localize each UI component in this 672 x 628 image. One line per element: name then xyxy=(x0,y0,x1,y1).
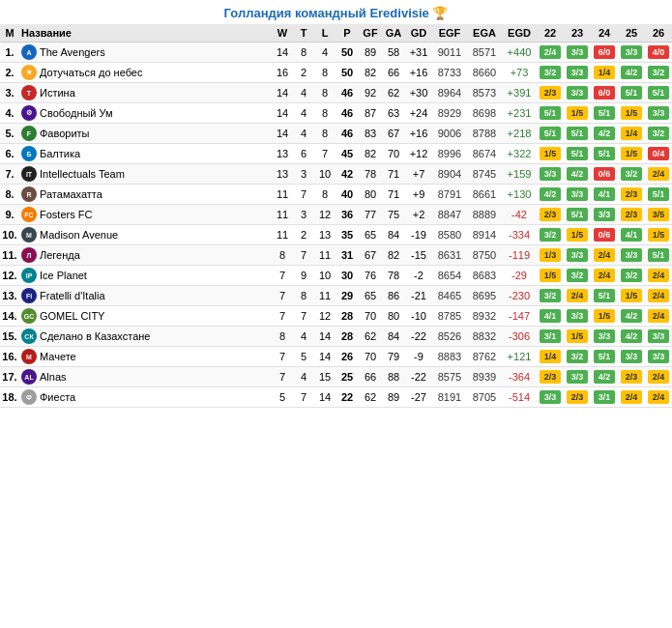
team-p: 30 xyxy=(336,266,359,286)
team-icon: Ф xyxy=(21,389,37,405)
team-name-label: Madison Avenue xyxy=(40,229,118,241)
team-ega: 8788 xyxy=(467,124,502,144)
team-name-label: Fratelli d'Italia xyxy=(40,290,105,301)
team-gd: +30 xyxy=(405,83,432,103)
team-name-cell[interactable]: Л Легенда xyxy=(19,245,272,266)
team-name-cell[interactable]: T Истина xyxy=(19,83,272,103)
badge: 1/5 xyxy=(594,309,615,323)
team-name-cell[interactable]: FI Fratelli d'Italia xyxy=(19,286,272,306)
team-w: 14 xyxy=(272,83,293,103)
team-badge-1: 3/3 xyxy=(564,43,591,63)
team-ga: 75 xyxy=(382,205,405,225)
team-egf: 8733 xyxy=(432,63,467,83)
team-l: 10 xyxy=(314,164,336,185)
team-w: 14 xyxy=(272,124,293,144)
team-name-cell[interactable]: Б Балтика xyxy=(19,144,272,164)
badge: 1/5 xyxy=(621,147,642,160)
badge: 1/5 xyxy=(540,269,561,282)
team-badge-2: 5/1 xyxy=(591,347,618,367)
team-name-cell[interactable]: GC GOMEL CITY xyxy=(19,306,272,327)
team-t: 7 xyxy=(293,245,314,266)
team-icon: IT xyxy=(21,166,37,182)
team-egf: 8575 xyxy=(432,367,467,387)
team-badge-4: 2/4 xyxy=(645,306,672,327)
team-name-cell[interactable]: ⚙ Свободный Ум xyxy=(19,103,272,124)
team-name-cell[interactable]: М Мачете xyxy=(19,347,272,367)
team-p: 42 xyxy=(336,164,359,185)
team-badge-0: 4/1 xyxy=(537,306,564,327)
badge: 3/3 xyxy=(648,329,669,343)
badge: 2/3 xyxy=(567,390,588,404)
team-badge-1: 2/3 xyxy=(564,387,591,408)
team-name-cell[interactable]: F Фавориты xyxy=(19,124,272,144)
team-egf: 8654 xyxy=(432,266,467,286)
team-egf: 8929 xyxy=(432,103,467,124)
table-row: 7. IT Intellectuals Team 13 3 10 42 78 7… xyxy=(0,164,672,185)
table-row: 10. M Madison Avenue 11 2 13 35 65 84 -1… xyxy=(0,225,672,245)
team-gf: 83 xyxy=(359,124,382,144)
team-ga: 67 xyxy=(382,124,405,144)
header-egd: EGD xyxy=(502,24,537,43)
team-w: 14 xyxy=(272,43,293,63)
team-badge-3: 4/2 xyxy=(618,63,645,83)
team-egd: +440 xyxy=(502,43,537,63)
team-w: 8 xyxy=(272,327,293,347)
team-icon: ★ xyxy=(21,65,37,80)
table-row: 18. Ф Фиеста 5 7 14 22 62 89 -27 8191 87… xyxy=(0,387,672,408)
team-badge-4: 1/5 xyxy=(645,225,672,245)
team-p: 28 xyxy=(336,306,359,327)
badge: 3/2 xyxy=(567,350,588,363)
team-icon: R xyxy=(21,186,37,202)
team-egf: 8631 xyxy=(432,245,467,266)
badge: 4/0 xyxy=(648,45,669,59)
team-badge-2: 6/0 xyxy=(591,43,618,63)
team-name-cell[interactable]: СК Сделано в Казахстане xyxy=(19,327,272,347)
team-t: 4 xyxy=(293,83,314,103)
team-name-cell[interactable]: M Madison Avenue xyxy=(19,225,272,245)
team-name-cell[interactable]: R Ратамахатта xyxy=(19,185,272,205)
badge: 3/3 xyxy=(621,248,642,262)
team-gf: 70 xyxy=(359,306,382,327)
team-p: 40 xyxy=(336,185,359,205)
table-row: 3. T Истина 14 4 8 46 92 62 +30 8964 857… xyxy=(0,83,672,103)
team-ga: 89 xyxy=(382,387,405,408)
team-w: 13 xyxy=(272,144,293,164)
badge: 1/4 xyxy=(621,127,642,140)
team-name-cell[interactable]: ★ Дотучаться до небес xyxy=(19,63,272,83)
team-name-label: Ратамахатта xyxy=(40,188,102,200)
badge: 6/0 xyxy=(594,45,615,59)
team-ga: 71 xyxy=(382,185,405,205)
team-badge-4: 0/4 xyxy=(645,144,672,164)
badge: 3/2 xyxy=(621,269,642,282)
team-gf: 67 xyxy=(359,245,382,266)
team-name-cell[interactable]: AL Alnas xyxy=(19,367,272,387)
team-name-cell[interactable]: FC Fosters FC xyxy=(19,205,272,225)
team-l: 12 xyxy=(314,205,336,225)
team-badge-2: 5/1 xyxy=(591,103,618,124)
team-ega: 8674 xyxy=(467,144,502,164)
team-pos: 2. xyxy=(0,63,19,83)
team-name-cell[interactable]: IT Intellectuals Team xyxy=(19,164,272,185)
team-ega: 8889 xyxy=(467,205,502,225)
team-gf: 78 xyxy=(359,164,382,185)
team-badge-4: 3/3 xyxy=(645,103,672,124)
table-row: 11. Л Легенда 8 7 11 31 67 82 -15 8631 8… xyxy=(0,245,672,266)
badge: 0/4 xyxy=(648,147,669,160)
team-badge-0: 2/3 xyxy=(537,83,564,103)
team-gf: 92 xyxy=(359,83,382,103)
team-name-label: Fosters FC xyxy=(40,209,92,220)
table-row: 13. FI Fratelli d'Italia 7 8 11 29 65 86… xyxy=(0,286,672,306)
table-row: 9. FC Fosters FC 11 3 12 36 77 75 +2 884… xyxy=(0,205,672,225)
team-badge-0: 3/2 xyxy=(537,225,564,245)
team-badge-0: 3/3 xyxy=(537,164,564,185)
team-w: 8 xyxy=(272,245,293,266)
team-name-label: Истина xyxy=(40,87,75,99)
team-badge-3: 1/5 xyxy=(618,144,645,164)
team-name-cell[interactable]: A The Avengers xyxy=(19,43,272,63)
team-name-cell[interactable]: Ф Фиеста xyxy=(19,387,272,408)
team-badge-0: 3/1 xyxy=(537,327,564,347)
team-name-label: Дотучаться до небес xyxy=(40,67,142,78)
team-name-cell[interactable]: IP Ice Planet xyxy=(19,266,272,286)
badge: 3/3 xyxy=(594,329,615,343)
team-l: 11 xyxy=(314,245,336,266)
